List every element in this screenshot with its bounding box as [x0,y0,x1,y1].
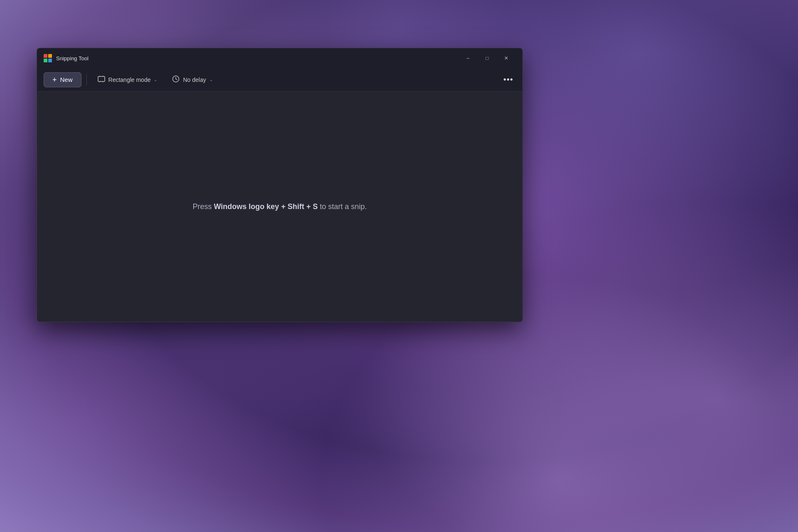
toolbar: + New Rectangle mode ⌄ No delay ⌄ [37,68,522,91]
content-area: Press Windows logo key + Shift + S to st… [37,91,522,322]
icon-cell-green [44,59,47,62]
mode-chevron-icon: ⌄ [154,77,157,82]
icon-cell-yellow [48,54,52,58]
more-options-icon: ••• [503,75,513,84]
icon-cell-red [44,54,47,58]
icon-cell-blue [48,59,52,62]
rectangle-mode-button[interactable]: Rectangle mode ⌄ [92,72,163,87]
plus-icon: + [52,76,57,84]
no-delay-button[interactable]: No delay ⌄ [166,72,218,88]
shortcut-text: Windows logo key + Shift + S [214,202,318,211]
more-options-button[interactable]: ••• [501,72,516,87]
rectangle-mode-icon [98,76,105,84]
minimize-button[interactable]: – [458,52,478,65]
rectangle-mode-label: Rectangle mode [108,76,151,83]
window-title: Snipping Tool [56,55,89,62]
title-bar: Snipping Tool – □ ✕ [37,48,522,68]
maximize-button[interactable]: □ [478,52,497,65]
svg-rect-0 [98,76,105,81]
close-button[interactable]: ✕ [497,52,516,65]
new-button-label: New [60,76,73,83]
delay-clock-icon [172,75,180,84]
snipping-tool-window: Snipping Tool – □ ✕ + New [37,48,523,322]
new-button[interactable]: + New [44,72,81,87]
window-controls: – □ ✕ [458,52,516,65]
title-bar-left: Snipping Tool [44,54,89,62]
delay-chevron-icon: ⌄ [209,77,213,82]
app-icon [44,54,52,62]
hint-text: Press Windows logo key + Shift + S to st… [193,202,367,211]
no-delay-label: No delay [183,76,206,83]
toolbar-divider [86,74,87,86]
